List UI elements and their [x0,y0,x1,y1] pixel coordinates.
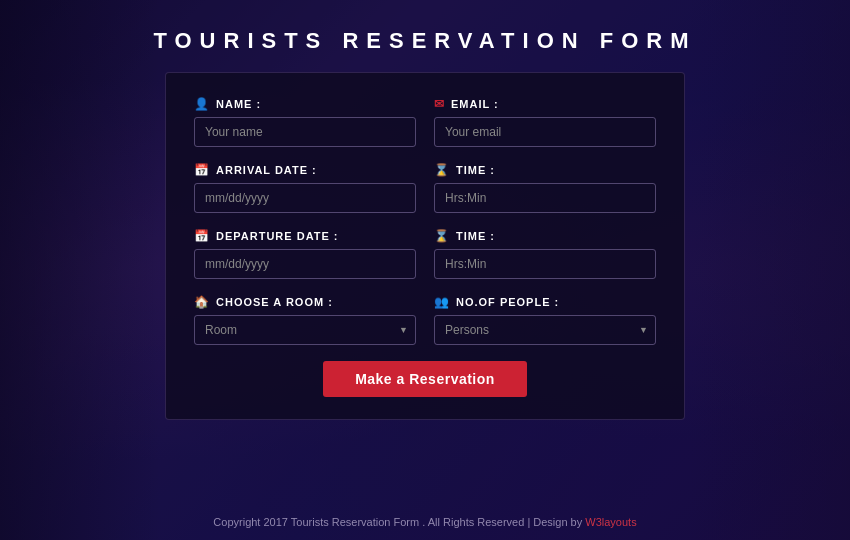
people-group: 👥 NO.OF PEOPLE : Persons 1 2 3 4 5 6+ [434,295,656,345]
departure-date-input[interactable] [194,249,416,279]
calendar-arrival-icon: 📅 [194,163,210,177]
departure-date-label: 📅 DEPARTURE DATE : [194,229,416,243]
people-select-wrapper: Persons 1 2 3 4 5 6+ [434,315,656,345]
footer: Copyright 2017 Tourists Reservation Form… [0,516,850,528]
footer-text: Copyright 2017 Tourists Reservation Form… [213,516,585,528]
reservation-form: 👤 NAME : ✉ EMAIL : 📅 ARRIVAL DATE : [165,72,685,420]
arrival-date-label: 📅 ARRIVAL DATE : [194,163,416,177]
name-input[interactable] [194,117,416,147]
submit-row: Make a Reservation [194,361,656,397]
people-select[interactable]: Persons 1 2 3 4 5 6+ [434,315,656,345]
name-group: 👤 NAME : [194,97,416,147]
departure-time-input[interactable] [434,249,656,279]
room-select[interactable]: Room Single Room Double Room Suite [194,315,416,345]
house-icon: 🏠 [194,295,210,309]
arrival-time-label: ⌛ TIME : [434,163,656,177]
arrival-date-group: 📅 ARRIVAL DATE : [194,163,416,213]
email-group: ✉ EMAIL : [434,97,656,147]
room-select-wrapper: Room Single Room Double Room Suite [194,315,416,345]
departure-time-label: ⌛ TIME : [434,229,656,243]
calendar-departure-icon: 📅 [194,229,210,243]
room-group: 🏠 CHOOSE A ROOM : Room Single Room Doubl… [194,295,416,345]
row-arrival: 📅 ARRIVAL DATE : ⌛ TIME : [194,163,656,213]
arrival-time-group: ⌛ TIME : [434,163,656,213]
departure-date-group: 📅 DEPARTURE DATE : [194,229,416,279]
clock-departure-icon: ⌛ [434,229,450,243]
departure-time-group: ⌛ TIME : [434,229,656,279]
email-label: ✉ EMAIL : [434,97,656,111]
page-title: TOURISTS RESERVATION FORM [153,28,696,54]
arrival-date-input[interactable] [194,183,416,213]
reserve-button[interactable]: Make a Reservation [323,361,527,397]
email-input[interactable] [434,117,656,147]
email-icon: ✉ [434,97,445,111]
arrival-time-input[interactable] [434,183,656,213]
room-label: 🏠 CHOOSE A ROOM : [194,295,416,309]
people-icon: 👥 [434,295,450,309]
row-room-people: 🏠 CHOOSE A ROOM : Room Single Room Doubl… [194,295,656,345]
clock-arrival-icon: ⌛ [434,163,450,177]
row-name-email: 👤 NAME : ✉ EMAIL : [194,97,656,147]
name-label: 👤 NAME : [194,97,416,111]
footer-link[interactable]: W3layouts [585,516,636,528]
person-icon: 👤 [194,97,210,111]
row-departure: 📅 DEPARTURE DATE : ⌛ TIME : [194,229,656,279]
people-label: 👥 NO.OF PEOPLE : [434,295,656,309]
